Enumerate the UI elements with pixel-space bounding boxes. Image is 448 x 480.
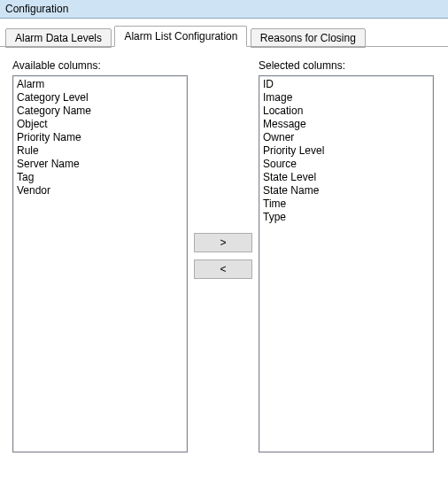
list-item[interactable]: Location: [263, 105, 429, 118]
selected-column: Selected columns: IDImageLocationMessage…: [259, 59, 434, 453]
list-item[interactable]: Alarm: [17, 78, 183, 91]
list-item[interactable]: Object: [17, 118, 183, 131]
list-item[interactable]: Source: [263, 158, 429, 171]
tab-alarm-data-levels[interactable]: Alarm Data Levels: [5, 28, 112, 48]
move-buttons-column: > <: [188, 59, 259, 453]
list-item[interactable]: Priority Name: [17, 131, 183, 144]
available-column: Available columns: AlarmCategory LevelCa…: [12, 59, 188, 453]
list-item[interactable]: Owner: [263, 131, 429, 144]
list-item[interactable]: Vendor: [17, 184, 183, 197]
move-right-button[interactable]: >: [194, 233, 252, 252]
tab-reasons-for-closing[interactable]: Reasons for Closing: [251, 28, 366, 48]
tab-alarm-list-configuration[interactable]: Alarm List Configuration: [114, 26, 247, 47]
list-item[interactable]: State Level: [263, 171, 429, 184]
list-item[interactable]: Category Level: [17, 91, 183, 105]
list-item[interactable]: Rule: [17, 144, 183, 158]
window-title: Configuration: [0, 0, 448, 19]
selected-columns-label: Selected columns:: [259, 59, 434, 72]
list-item[interactable]: Image: [263, 91, 429, 105]
list-item[interactable]: Message: [263, 118, 429, 131]
tab-strip: Alarm Data Levels Alarm List Configurati…: [0, 26, 448, 47]
tab-panel: Available columns: AlarmCategory LevelCa…: [0, 47, 448, 465]
available-columns-label: Available columns:: [12, 59, 188, 72]
list-item[interactable]: State Name: [263, 184, 429, 197]
configuration-window: Configuration Alarm Data Levels Alarm Li…: [0, 0, 448, 480]
list-item[interactable]: Priority Level: [263, 144, 429, 158]
list-item[interactable]: ID: [263, 78, 429, 91]
list-item[interactable]: Tag: [17, 171, 183, 184]
list-item[interactable]: Type: [263, 211, 429, 224]
selected-columns-list[interactable]: IDImageLocationMessageOwnerPriority Leve…: [259, 75, 434, 453]
list-item[interactable]: Server Name: [17, 158, 183, 171]
move-left-button[interactable]: <: [194, 259, 252, 279]
dual-list: Available columns: AlarmCategory LevelCa…: [12, 59, 436, 453]
list-item[interactable]: Time: [263, 197, 429, 211]
available-columns-list[interactable]: AlarmCategory LevelCategory NameObjectPr…: [12, 75, 188, 453]
list-item[interactable]: Category Name: [17, 105, 183, 118]
